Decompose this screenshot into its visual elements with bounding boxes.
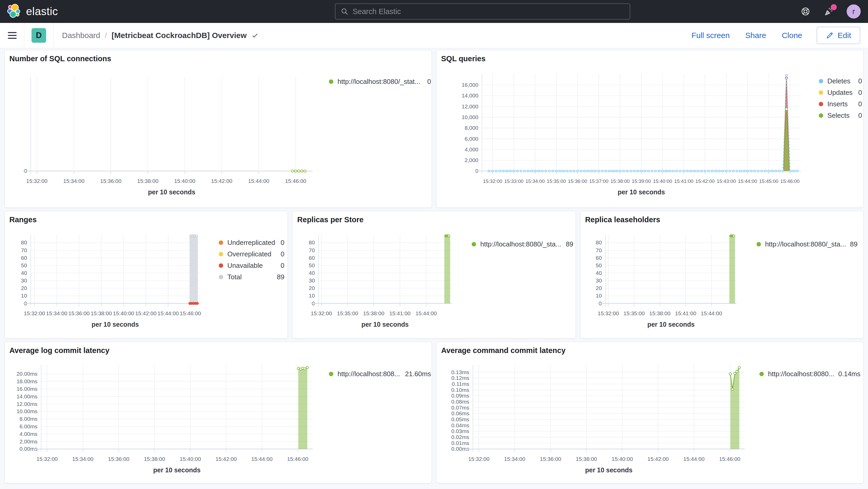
- svg-text:15:34:00: 15:34:00: [46, 310, 67, 316]
- panel-sql-queries: SQL queries 15:32:0015:33:0015:34:0015:3…: [436, 50, 864, 208]
- svg-text:15:38:00: 15:38:00: [91, 310, 112, 316]
- elastic-logo[interactable]: elastic: [0, 4, 58, 19]
- legend-item[interactable]: Deletes0: [819, 75, 862, 87]
- svg-text:15:32:00: 15:32:00: [468, 456, 490, 462]
- legend-item[interactable]: Underreplicated0: [219, 237, 284, 248]
- panel-ranges: Ranges 15:32:0015:34:0015:36:0015:38:001…: [4, 211, 288, 338]
- space-badge[interactable]: D: [32, 28, 46, 43]
- edit-button[interactable]: Edit: [817, 27, 860, 44]
- legend-item[interactable]: Unavailable0: [219, 260, 284, 271]
- legend-value: 21.60ms: [405, 370, 431, 378]
- legend-item[interactable]: Total89: [219, 271, 284, 283]
- breadcrumb-dashboard[interactable]: Dashboard: [62, 31, 100, 40]
- share-button[interactable]: Share: [745, 31, 766, 40]
- legend-value: 0: [281, 262, 284, 270]
- panel-title: Number of SQL connections: [9, 55, 111, 63]
- svg-text:15:42:00: 15:42:00: [215, 456, 237, 462]
- chart-legend: http://localhost:8080/_stat...0: [329, 76, 431, 87]
- svg-text:2,000: 2,000: [465, 157, 478, 163]
- legend-label: http://localhost:8080/_sta...: [765, 240, 846, 248]
- sql-queries-chart: 15:32:0015:33:0015:34:0015:35:0015:36:00…: [436, 50, 863, 207]
- svg-text:50: 50: [21, 262, 27, 268]
- pencil-icon: [826, 32, 834, 39]
- check-icon: [251, 32, 258, 39]
- life-ring-icon: [800, 6, 811, 17]
- legend-color-dot: [219, 264, 223, 268]
- svg-text:15:44:00: 15:44:00: [248, 178, 270, 184]
- svg-text:0.09ms: 0.09ms: [451, 393, 469, 399]
- svg-text:0.12ms: 0.12ms: [451, 375, 469, 381]
- search-input[interactable]: [352, 7, 624, 16]
- legend-value: 89: [566, 240, 573, 248]
- svg-text:15:42:00: 15:42:00: [211, 178, 232, 184]
- svg-text:15:41:00: 15:41:00: [674, 179, 693, 184]
- svg-text:15:45:00: 15:45:00: [759, 179, 778, 184]
- legend-value: 89: [850, 240, 858, 248]
- svg-text:14.00ms: 14.00ms: [17, 393, 37, 399]
- svg-text:15:46:00: 15:46:00: [780, 179, 800, 184]
- svg-text:15:32:00: 15:32:00: [483, 179, 502, 184]
- svg-text:15:41:00: 15:41:00: [389, 310, 411, 316]
- legend-color-dot: [760, 372, 764, 376]
- help-button[interactable]: [800, 6, 811, 17]
- legend-color-dot: [756, 242, 761, 246]
- svg-text:15:36:00: 15:36:00: [568, 179, 587, 184]
- svg-text:15:38:00: 15:38:00: [611, 179, 630, 184]
- svg-text:15:42:00: 15:42:00: [647, 456, 669, 462]
- legend-item[interactable]: Updates0: [819, 87, 862, 98]
- svg-text:0.07ms: 0.07ms: [451, 405, 469, 410]
- dashboard-grid: Number of SQL connections 15:32:0015:34:…: [0, 48, 868, 483]
- svg-text:0.04ms: 0.04ms: [451, 422, 469, 428]
- legend-value: 0: [858, 77, 862, 85]
- chart-legend: http://localhost:808...21.60ms: [329, 368, 431, 379]
- chart-legend: http://localhost:8080/_sta...89: [756, 238, 858, 250]
- chart-legend: http://localhost:8080...0.14ms: [760, 368, 861, 379]
- svg-text:15:38:00: 15:38:00: [576, 456, 597, 462]
- svg-text:70: 70: [309, 247, 315, 253]
- avg-log-commit-latency-chart: 15:32:0015:34:0015:36:0015:38:0015:40:00…: [5, 342, 432, 483]
- svg-text:15:35:00: 15:35:00: [623, 310, 645, 316]
- legend-item[interactable]: http://localhost:8080...0.14ms: [760, 368, 861, 379]
- divider: [53, 23, 54, 48]
- chart-legend: Underreplicated0Overreplicated0Unavailab…: [219, 237, 284, 283]
- legend-item[interactable]: http://localhost:808...21.60ms: [329, 368, 431, 379]
- avg-command-commit-latency-chart: 15:32:0015:34:0015:36:0015:38:0015:40:00…: [436, 342, 863, 483]
- svg-text:60: 60: [596, 255, 601, 261]
- legend-item[interactable]: Selects0: [819, 110, 862, 121]
- legend-color-dot: [819, 113, 823, 118]
- full-screen-button[interactable]: Full screen: [691, 31, 730, 40]
- legend-label: Total: [227, 273, 273, 281]
- whats-new-button[interactable]: [823, 6, 835, 17]
- menu-button[interactable]: [8, 32, 17, 39]
- svg-text:15:44:00: 15:44:00: [738, 179, 757, 184]
- clone-button[interactable]: Clone: [782, 31, 802, 40]
- svg-text:15:44:00: 15:44:00: [251, 456, 273, 462]
- title-check-button[interactable]: [251, 32, 258, 39]
- svg-text:per 10 seconds: per 10 seconds: [92, 321, 139, 328]
- legend-label: Selects: [827, 112, 855, 120]
- svg-text:15:46:00: 15:46:00: [719, 456, 740, 462]
- svg-text:15:32:00: 15:32:00: [26, 178, 48, 184]
- svg-text:15:36:00: 15:36:00: [108, 456, 129, 462]
- legend-color-dot: [819, 79, 823, 83]
- svg-text:6,000: 6,000: [465, 136, 478, 142]
- legend-item[interactable]: http://localhost:8080/_sta...89: [472, 238, 573, 250]
- svg-text:15:37:00: 15:37:00: [589, 179, 609, 184]
- user-avatar[interactable]: r: [847, 4, 861, 19]
- svg-text:16,000: 16,000: [462, 82, 478, 88]
- edit-button-label: Edit: [838, 31, 851, 40]
- legend-item[interactable]: Inserts0: [819, 98, 862, 110]
- global-search[interactable]: [335, 3, 630, 20]
- svg-text:30: 30: [596, 277, 601, 283]
- svg-text:10: 10: [21, 293, 27, 299]
- legend-label: Updates: [827, 89, 855, 97]
- panel-avg-command-commit-latency: Average command commit latency 15:32:001…: [436, 342, 864, 483]
- svg-text:0.11ms: 0.11ms: [452, 381, 469, 387]
- legend-item[interactable]: http://localhost:8080/_sta...89: [756, 238, 858, 250]
- svg-text:40: 40: [21, 270, 27, 276]
- svg-text:15:44:00: 15:44:00: [701, 310, 722, 316]
- svg-text:0.01ms: 0.01ms: [451, 440, 469, 446]
- svg-text:8.00ms: 8.00ms: [20, 416, 37, 422]
- legend-item[interactable]: http://localhost:8080/_stat...0: [329, 76, 431, 87]
- legend-item[interactable]: Overreplicated0: [219, 248, 284, 260]
